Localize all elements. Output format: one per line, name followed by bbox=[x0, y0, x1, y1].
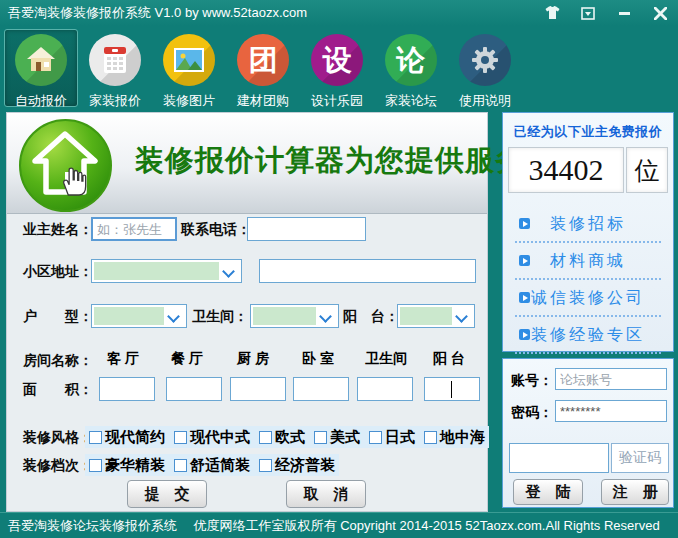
area-input-4[interactable] bbox=[293, 377, 349, 401]
close-button[interactable] bbox=[650, 4, 670, 22]
skin-button[interactable] bbox=[542, 4, 562, 22]
form-actions-row: 提 交 取 消 bbox=[7, 480, 487, 508]
house-cursor-badge-icon bbox=[17, 117, 114, 214]
calculator-icon bbox=[89, 34, 141, 86]
address-input[interactable] bbox=[259, 259, 476, 283]
link-bidding[interactable]: 装修招标 bbox=[507, 209, 669, 246]
quote-counter: 34402 位 bbox=[508, 147, 668, 193]
captcha-input[interactable] bbox=[509, 443, 609, 473]
link-material-mall[interactable]: 材料商城 bbox=[507, 246, 669, 283]
toolbar-home-quote[interactable]: 家装报价 bbox=[78, 29, 152, 107]
dropdown-box-icon bbox=[581, 7, 595, 20]
room-name-balcony: 阳 台 bbox=[433, 348, 465, 368]
room-name-dining: 餐 厅 bbox=[171, 348, 203, 368]
account-label: 账号： bbox=[511, 372, 553, 388]
style-checkbox-4[interactable] bbox=[369, 431, 382, 444]
grade-option-2[interactable]: 经济普装 bbox=[259, 456, 335, 475]
checkbox-label: 地中海 bbox=[440, 428, 485, 447]
link-experience-zone[interactable]: 装修经验专区 bbox=[507, 320, 669, 357]
toolbar-auto-quote[interactable]: 自动报价 bbox=[4, 29, 78, 107]
style-checkbox-0[interactable] bbox=[89, 431, 102, 444]
quote-count-unit: 位 bbox=[626, 147, 668, 193]
style-checkbox-1[interactable] bbox=[174, 431, 187, 444]
phone-input[interactable] bbox=[247, 217, 366, 241]
toolbar-home-forum[interactable]: 论 家装论坛 bbox=[374, 29, 448, 107]
toolbar-item-label: 建材团购 bbox=[237, 92, 289, 110]
area-row: 面 积： bbox=[7, 377, 487, 401]
style-option-3[interactable]: 美式 bbox=[314, 428, 360, 447]
style-checkbox-3[interactable] bbox=[314, 431, 327, 444]
style-option-5[interactable]: 地中海 bbox=[424, 428, 485, 447]
checkbox-label: 豪华精装 bbox=[105, 456, 165, 475]
link-label: 诚信装修公司 bbox=[531, 288, 645, 307]
area-input-2[interactable] bbox=[166, 377, 222, 401]
style-checkbox-2[interactable] bbox=[259, 431, 272, 444]
account-input[interactable] bbox=[555, 368, 667, 390]
chevron-down-icon bbox=[455, 310, 468, 323]
toolbar-item-label: 设计乐园 bbox=[311, 92, 363, 110]
bathroom-select[interactable] bbox=[250, 304, 339, 328]
style-option-1[interactable]: 现代中式 bbox=[174, 428, 250, 447]
owner-name-input[interactable] bbox=[91, 217, 177, 241]
style-checkbox-5[interactable] bbox=[424, 431, 437, 444]
grade-checkbox-0[interactable] bbox=[89, 459, 102, 472]
cancel-button[interactable]: 取 消 bbox=[286, 480, 366, 508]
layout-row: 户 型： 卫生间： 阳 台： bbox=[7, 304, 487, 328]
address-row: 小区地址： bbox=[7, 259, 487, 283]
toolbar-item-label: 装修图片 bbox=[163, 92, 215, 110]
gear-icon bbox=[459, 34, 511, 86]
grade-checkbox-2[interactable] bbox=[259, 459, 272, 472]
quick-links: 装修招标 材料商城 诚信装修公司 装修经验专区 bbox=[507, 209, 669, 357]
grade-option-1[interactable]: 舒适简装 bbox=[174, 456, 250, 475]
submit-button[interactable]: 提 交 bbox=[127, 480, 207, 508]
checkbox-label: 现代简约 bbox=[105, 428, 165, 447]
style-option-4[interactable]: 日式 bbox=[369, 428, 415, 447]
area-input-1[interactable] bbox=[99, 377, 155, 401]
toolbar-decor-photos[interactable]: 装修图片 bbox=[152, 29, 226, 107]
arrow-bullet-icon bbox=[519, 329, 530, 340]
banner-title: 装修报价计算器为您提供服务 bbox=[135, 113, 525, 209]
style-option-0[interactable]: 现代简约 bbox=[89, 428, 165, 447]
balcony-select[interactable] bbox=[397, 304, 475, 328]
select-fill bbox=[400, 307, 452, 325]
address-label: 小区地址： bbox=[23, 259, 93, 283]
style-option-2[interactable]: 欧式 bbox=[259, 428, 305, 447]
tray-button[interactable] bbox=[578, 4, 598, 22]
window-title: 吾爱淘装修装修报价系统 V1.0 by www.52taozx.com bbox=[8, 4, 307, 22]
stats-header: 已经为以下业主免费报价 bbox=[503, 123, 673, 141]
minimize-button[interactable] bbox=[614, 4, 634, 22]
style-options: 现代简约 现代中式 欧式 美式 日式 地中海 bbox=[85, 426, 489, 448]
layout-select[interactable] bbox=[91, 304, 187, 328]
password-input[interactable] bbox=[555, 400, 667, 422]
checkbox-label: 经济普装 bbox=[275, 456, 335, 475]
close-icon bbox=[654, 7, 667, 20]
lun-glyph: 论 bbox=[397, 46, 426, 75]
minimize-icon bbox=[619, 12, 630, 15]
account-row: 账号： bbox=[511, 369, 553, 391]
grade-checkbox-1[interactable] bbox=[174, 459, 187, 472]
login-button[interactable]: 登 陆 bbox=[513, 479, 583, 505]
chevron-down-icon bbox=[222, 265, 235, 278]
toolbar-help[interactable]: 使用说明 bbox=[448, 29, 522, 107]
toolbar-group-buy[interactable]: 团 建材团购 bbox=[226, 29, 300, 107]
footer-bar: 吾爱淘装修论坛装修报价系统 优度网络工作室版权所有 Copyright 2014… bbox=[0, 512, 678, 538]
checkbox-label: 美式 bbox=[330, 428, 360, 447]
captcha-image[interactable]: 验证码 bbox=[611, 443, 669, 473]
title-bar: 吾爱淘装修装修报价系统 V1.0 by www.52taozx.com bbox=[0, 0, 678, 26]
toolbar-item-label: 家装论坛 bbox=[385, 92, 437, 110]
register-button[interactable]: 注 册 bbox=[601, 479, 669, 505]
area-input-6[interactable] bbox=[424, 377, 480, 401]
style-row: 装修风格： 现代简约 现代中式 欧式 美式 日式 地中海 bbox=[7, 426, 487, 448]
area-label: 面 积： bbox=[23, 377, 93, 401]
address-select[interactable] bbox=[91, 259, 242, 283]
house-icon bbox=[15, 34, 67, 86]
checkbox-label: 日式 bbox=[385, 428, 415, 447]
area-input-5[interactable] bbox=[357, 377, 413, 401]
toolbar-design-garden[interactable]: 设 设计乐园 bbox=[300, 29, 374, 107]
grade-option-0[interactable]: 豪华精装 bbox=[89, 456, 165, 475]
area-input-3[interactable] bbox=[230, 377, 286, 401]
link-trusted-companies[interactable]: 诚信装修公司 bbox=[507, 283, 669, 320]
checkbox-label: 现代中式 bbox=[190, 428, 250, 447]
shirt-icon bbox=[544, 6, 561, 20]
grade-row: 装修档次： 豪华精装 舒适简装 经济普装 bbox=[7, 454, 487, 476]
